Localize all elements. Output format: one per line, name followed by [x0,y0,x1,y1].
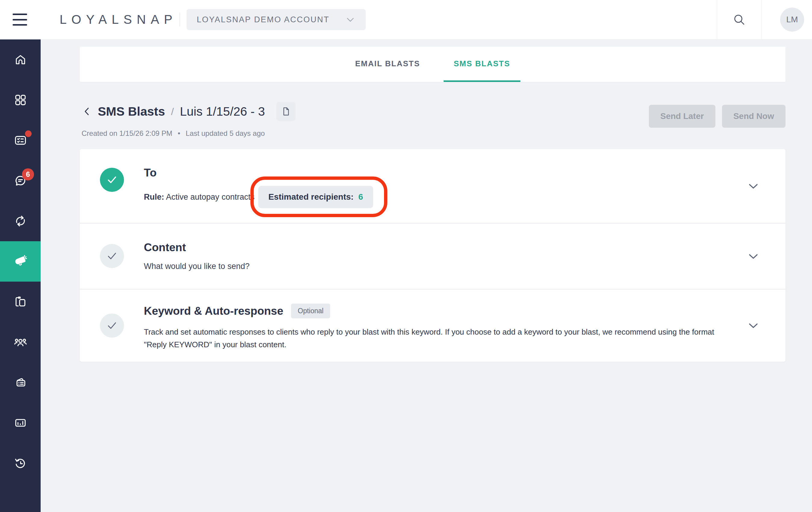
blast-type-tabs: EMAIL BLASTS SMS BLASTS [80,47,785,82]
tab-email-blasts[interactable]: EMAIL BLASTS [345,47,430,82]
sidebar-item-memberships[interactable] [0,362,40,403]
hamburger-menu-icon[interactable] [12,14,27,26]
section-content: Content What would you like to send? [80,223,785,289]
tab-sms-blasts[interactable]: SMS BLASTS [444,47,521,82]
rule-label: Rule: [144,192,164,201]
home-icon [14,53,27,66]
history-clock-icon [13,456,27,470]
content-expand-button[interactable] [746,249,761,264]
content-section-subtitle: What would you like to send? [144,262,731,271]
section-keyword: Keyword & Auto-response Optional Track a… [80,290,785,362]
sidebar-item-home[interactable] [0,39,40,80]
breadcrumb-parent[interactable]: SMS Blasts [98,105,165,119]
megaphone-icon [13,254,28,269]
estimated-recipients-count: 6 [358,192,363,201]
section-to: To Rule: Active autopay contracts Estima… [80,149,785,223]
account-selector[interactable]: LOYALSNAP DEMO ACCOUNT [186,9,366,30]
to-section-title: To [144,166,731,179]
sidebar-item-dashboard[interactable] [0,80,40,120]
chevron-left-icon [81,105,93,117]
avatar-initials: LM [786,15,798,24]
page-title: Luis 1/15/26 - 3 [180,105,265,119]
rule-value: Active autopay contracts [166,192,255,201]
breadcrumb-separator: / [171,106,174,117]
breadcrumb: SMS Blasts / Luis 1/15/26 - 3 [80,102,295,121]
sidebar-item-history[interactable] [0,443,40,483]
clipboard-copy-icon [14,295,27,308]
blast-actions: Send Later Send Now [642,105,785,128]
keyword-section-description: Track and set automatic responses to cli… [144,326,731,351]
sidebar-item-clients[interactable] [0,322,40,362]
created-timestamp: Created on 1/15/26 2:09 PM [82,129,172,138]
file-icon [281,106,291,116]
send-later-button[interactable]: Send Later [649,105,716,128]
estimated-recipients-badge: Estimated recipients: 6 [258,186,374,208]
top-bar: LOYALSNAP LOYALSNAP DEMO ACCOUNT LM [0,0,812,39]
keyword-incomplete-check-icon [100,314,124,338]
keyword-expand-button[interactable] [746,318,761,333]
sidebar-item-sync[interactable] [0,201,40,241]
messages-badge: 6 [22,168,34,181]
to-expand-button[interactable] [746,179,761,194]
meta-bullet: • [178,129,180,138]
sidebar-item-messages[interactable]: 6 [0,161,40,201]
optional-badge: Optional [291,303,330,318]
content-section-title: Content [144,241,731,254]
sidebar-item-reports[interactable] [0,403,40,443]
blast-meta: Created on 1/15/26 2:09 PM • Last update… [82,129,265,138]
to-complete-check-icon [100,168,124,192]
account-selector-label: LOYALSNAP DEMO ACCOUNT [197,15,329,24]
sync-icon [13,214,27,228]
estimated-recipients-wrap: Estimated recipients: 6 [258,186,374,208]
header-divider [180,12,180,27]
sidebar-item-blasts[interactable] [0,241,40,281]
back-button[interactable] [80,104,94,119]
users-group-icon [13,335,28,349]
blast-setup-sections: To Rule: Active autopay contracts Estima… [80,149,785,362]
search-button[interactable] [717,0,761,39]
duplicate-blast-button[interactable] [276,102,295,121]
bar-chart-icon [14,416,27,429]
chevron-down-icon [345,15,355,25]
search-icon [732,13,746,26]
sidebar-item-tasks[interactable] [0,120,40,161]
main-content: EMAIL BLASTS SMS BLASTS SMS Blasts / Lui… [40,39,812,512]
header-right-cluster: LM [717,0,812,39]
keyword-section-title: Keyword & Auto-response [144,305,283,318]
to-rule-text: Rule: Active autopay contracts [144,192,255,202]
estimated-recipients-label: Estimated recipients: [268,192,354,201]
tasks-notification-dot [25,130,32,137]
updated-timestamp: Last updated 5 days ago [186,129,265,138]
avatar[interactable]: LM [780,7,804,32]
grid-icon [14,93,27,107]
brand-logo: LOYALSNAP [60,12,177,27]
content-incomplete-check-icon [100,244,124,268]
sidebar-nav: 6 [0,39,40,512]
membership-cards-icon [13,376,27,389]
send-now-button[interactable]: Send Now [722,105,785,128]
task-list-icon [14,134,27,147]
sidebar-item-clipboard[interactable] [0,281,40,322]
